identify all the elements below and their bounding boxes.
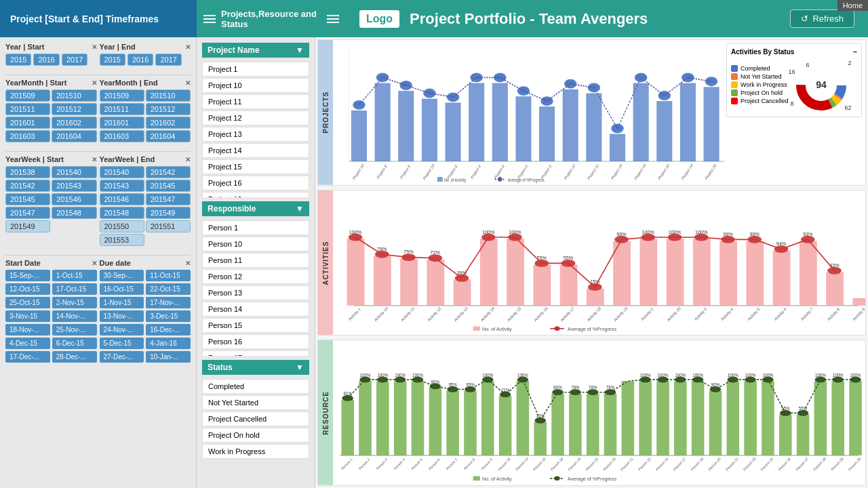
sd-14nov[interactable]: 14-Nov-...	[52, 310, 97, 322]
yw-e-201551[interactable]: 201551	[146, 220, 191, 232]
hamburger-icon-2[interactable]	[327, 15, 339, 23]
yw-s-201542[interactable]: 201542	[5, 180, 50, 192]
sd-12oct[interactable]: 12-Oct-15	[5, 283, 50, 295]
person-12[interactable]: Person 12	[202, 269, 309, 284]
yw-s-201543[interactable]: 201543	[52, 180, 96, 192]
ym-end-201602[interactable]: 201602	[146, 117, 191, 129]
yw-e-201548[interactable]: 201548	[100, 207, 144, 219]
chip-2015-end[interactable]: 2015	[100, 54, 125, 66]
person-16[interactable]: Person 16	[202, 334, 309, 349]
yw-s-201545[interactable]: 201545	[5, 193, 50, 205]
dd-22oct[interactable]: 22-Oct-15	[146, 283, 191, 295]
yw-s-201540[interactable]: 201540	[52, 166, 96, 178]
yw-e-201550[interactable]: 201550	[100, 220, 144, 232]
project-item-15[interactable]: Project 15	[202, 159, 309, 174]
chip-2016-start[interactable]: 2016	[33, 54, 59, 66]
chip-2016-end[interactable]: 2016	[127, 54, 153, 66]
dd-11oct[interactable]: 11-Oct-15	[146, 270, 191, 281]
dd-27dec[interactable]: 27-Dec-...	[100, 351, 144, 363]
person-11[interactable]: Person 11	[202, 253, 309, 268]
yw-end-clear[interactable]: ✕	[185, 156, 191, 163]
ym-start-201604[interactable]: 201604	[52, 130, 96, 142]
dd-16oct[interactable]: 16-Oct-15	[100, 283, 144, 295]
yw-e-201546[interactable]: 201546	[100, 193, 144, 205]
dd-13nov[interactable]: 13-Nov-...	[100, 310, 144, 322]
yw-e-201542[interactable]: 201542	[146, 166, 191, 178]
dd-3dec[interactable]: 3-Dec-15	[146, 310, 191, 322]
ym-start-201602[interactable]: 201602	[52, 117, 96, 129]
sd-3nov[interactable]: 3-Nov-15	[5, 310, 50, 322]
dd-10jan[interactable]: 10-Jan-...	[146, 351, 191, 363]
project-item-14[interactable]: Project 14	[202, 143, 309, 158]
chip-2017-start[interactable]: 2017	[62, 54, 87, 66]
ym-start-clear[interactable]: ✕	[92, 79, 97, 87]
yw-s-201546[interactable]: 201546	[52, 193, 96, 205]
yw-e-201543[interactable]: 201543	[100, 180, 144, 192]
responsible-icon[interactable]: ▼	[296, 204, 304, 214]
dd-17nov[interactable]: 17-Nov-...	[146, 297, 191, 308]
due-date-clear[interactable]: ✕	[185, 260, 191, 267]
ym-start-201603[interactable]: 201603	[5, 130, 50, 142]
yw-s-201548[interactable]: 201548	[52, 207, 96, 219]
status-completed[interactable]: Completed	[202, 379, 309, 394]
ym-end-clear[interactable]: ✕	[185, 79, 191, 87]
yw-s-201547[interactable]: 201547	[5, 207, 50, 219]
project-item-13[interactable]: Project 13	[202, 127, 309, 142]
sd-28dec[interactable]: 28-Dec-...	[52, 351, 97, 363]
dd-1nov[interactable]: 1-Nov-15	[100, 297, 144, 308]
person-14[interactable]: Person 14	[202, 302, 309, 317]
ym-end-201510[interactable]: 201510	[146, 89, 191, 102]
dd-16dec[interactable]: 16-Dec-...	[146, 324, 191, 336]
ym-start-201509[interactable]: 201509	[5, 89, 50, 102]
yw-e-201540[interactable]: 201540	[100, 166, 144, 178]
yw-e-201547[interactable]: 201547	[146, 193, 191, 205]
sd-25nov[interactable]: 25-Nov-...	[52, 324, 97, 336]
person-10[interactable]: Person 10	[202, 237, 309, 251]
ym-end-201509[interactable]: 201509	[100, 89, 144, 102]
chip-2015-start[interactable]: 2015	[5, 54, 31, 66]
project-item-12[interactable]: Project 12	[202, 110, 309, 125]
refresh-button[interactable]: ↺ Refresh	[790, 9, 854, 28]
year-start-clear[interactable]: ✕	[92, 43, 97, 51]
status-not-started[interactable]: Not Yet Started	[202, 395, 309, 410]
sd-17dec[interactable]: 17-Dec-...	[5, 351, 50, 363]
status-cancelled[interactable]: Project Cancelled	[202, 411, 309, 426]
chip-2017-end[interactable]: 2017	[155, 54, 181, 66]
project-item-11[interactable]: Project 11	[202, 94, 309, 109]
sd-17oct[interactable]: 17-Oct-15	[52, 283, 97, 295]
person-1[interactable]: Person 1	[202, 220, 309, 235]
ym-start-201512[interactable]: 201512	[52, 103, 96, 115]
status-on-hold[interactable]: Project On hold	[202, 428, 309, 443]
hamburger-icon[interactable]	[203, 15, 216, 23]
ym-start-201510[interactable]: 201510	[52, 89, 96, 102]
person-17[interactable]: Person 17	[202, 350, 309, 356]
sd-1oct[interactable]: 1-Oct-15	[52, 270, 97, 281]
sd-15sep[interactable]: 15-Sep-...	[5, 270, 50, 281]
sd-25oct[interactable]: 25-Oct-15	[5, 297, 50, 308]
project-item-1[interactable]: Project 1	[202, 62, 309, 77]
project-name-icon[interactable]: ▼	[296, 45, 304, 55]
ym-start-201601[interactable]: 201601	[5, 117, 50, 129]
project-item-16[interactable]: Project 16	[202, 176, 309, 190]
ym-end-201604[interactable]: 201604	[146, 130, 191, 142]
yw-start-clear[interactable]: ✕	[92, 156, 97, 163]
legend-collapse-icon[interactable]: −	[853, 48, 857, 56]
ym-end-201512[interactable]: 201512	[146, 103, 191, 115]
sd-6dec[interactable]: 6-Dec-15	[52, 338, 97, 349]
project-item-10[interactable]: Project 10	[202, 78, 309, 93]
dd-30sep[interactable]: 30-Sep-...	[100, 270, 144, 281]
sd-4dec[interactable]: 4-Dec-15	[5, 338, 50, 349]
start-date-clear[interactable]: ✕	[92, 260, 97, 267]
ym-end-201511[interactable]: 201511	[100, 103, 144, 115]
status-icon[interactable]: ▼	[296, 363, 304, 372]
ym-end-201603[interactable]: 201603	[100, 130, 144, 142]
person-15[interactable]: Person 15	[202, 318, 309, 333]
dd-24nov[interactable]: 24-Nov-...	[100, 324, 144, 336]
sd-2nov[interactable]: 2-Nov-15	[52, 297, 97, 308]
dd-5dec[interactable]: 5-Dec-15	[100, 338, 144, 349]
ym-end-201601[interactable]: 201601	[100, 117, 144, 129]
person-13[interactable]: Person 13	[202, 285, 309, 300]
ym-start-201511[interactable]: 201511	[5, 103, 50, 115]
status-wip[interactable]: Work in Progress	[202, 444, 309, 459]
dd-4jan[interactable]: 4-Jan-16	[146, 338, 191, 349]
